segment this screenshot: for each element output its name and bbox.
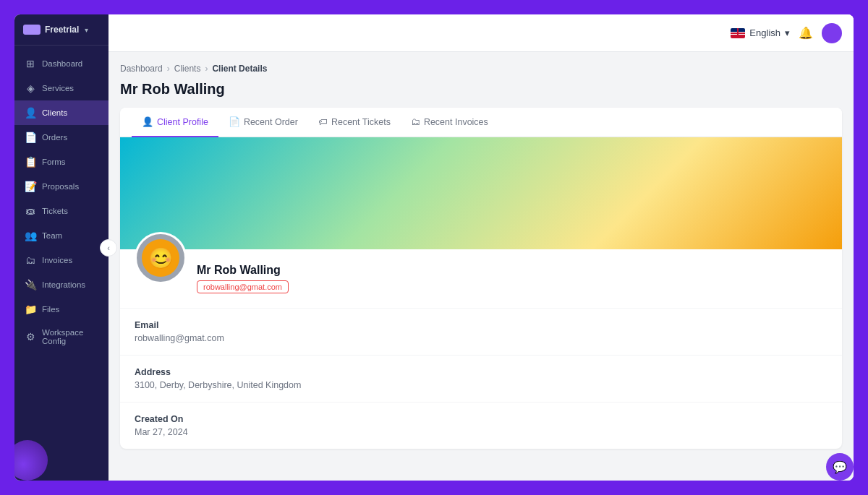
breadcrumb-sep-2: ›: [205, 64, 208, 74]
clients-label: Clients: [42, 108, 67, 117]
forms-icon: 📋: [25, 156, 36, 168]
sidebar-header: Freetrial ▾: [14, 14, 109, 46]
proposals-label: Proposals: [42, 182, 79, 191]
workspace-icon: ⚙: [25, 331, 36, 343]
brand-name: Freetrial: [45, 25, 79, 35]
breadcrumb-sep-1: ›: [167, 64, 170, 74]
tab-client-profile[interactable]: 👤 Client Profile: [132, 108, 218, 137]
email-value: robwalling@gmat.com: [135, 333, 827, 343]
sidebar-nav: ⊞ Dashboard ◈ Services 👤 Clients 📄 Order…: [14, 46, 109, 469]
team-icon: 👥: [25, 230, 36, 241]
invoices-icon: 🗂: [25, 254, 36, 266]
brand-chevron: ▾: [85, 26, 88, 34]
avatar-section: 😊 Mr Rob Walling robwalling@gmat.com: [120, 249, 842, 309]
notification-bell-icon[interactable]: 🔔: [799, 26, 813, 40]
tab-recent-tickets[interactable]: 🏷 Recent Tickets: [308, 108, 401, 137]
tab-recent-invoices-label: Recent Invoices: [424, 117, 488, 127]
forms-label: Forms: [42, 158, 66, 166]
sidebar-item-tickets[interactable]: 🎟 Tickets: [14, 199, 109, 223]
breadcrumb: Dashboard › Clients › Client Details: [120, 64, 842, 74]
integrations-icon: 🔌: [25, 279, 36, 290]
invoices-label: Invoices: [42, 256, 72, 264]
tabs-bar: 👤 Client Profile 📄 Recent Order 🏷 Recent…: [120, 108, 842, 137]
tab-recent-invoices-icon: 🗂: [411, 116, 420, 127]
sidebar-item-dashboard[interactable]: ⊞ Dashboard: [14, 51, 109, 76]
uk-flag-icon: [731, 28, 745, 38]
breadcrumb-current: Client Details: [212, 64, 267, 74]
sidebar-bottom: [14, 469, 109, 481]
page-title: Mr Rob Walling: [120, 81, 842, 98]
breadcrumb-dashboard[interactable]: Dashboard: [120, 64, 163, 74]
address-label: Address: [135, 367, 827, 377]
profile-name: Mr Rob Walling: [197, 264, 289, 277]
tab-recent-order[interactable]: 📄 Recent Order: [218, 108, 308, 137]
proposals-icon: 📝: [25, 181, 36, 192]
files-icon: 📁: [25, 304, 36, 315]
tickets-label: Tickets: [42, 207, 68, 215]
sidebar-item-files[interactable]: 📁 Files: [14, 297, 109, 322]
sidebar-item-orders[interactable]: 📄 Orders: [14, 125, 109, 150]
user-avatar[interactable]: [822, 23, 842, 43]
sidebar-item-forms[interactable]: 📋 Forms: [14, 150, 109, 174]
integrations-label: Integrations: [42, 280, 85, 289]
services-icon: ◈: [25, 82, 36, 94]
sidebar-item-services[interactable]: ◈ Services: [14, 76, 109, 100]
support-chat-button[interactable]: 💬: [826, 453, 854, 481]
workspace-label: Workspace Config: [42, 328, 98, 345]
tab-recent-invoices[interactable]: 🗂 Recent Invoices: [401, 108, 498, 137]
sidebar: Freetrial ▾ ‹ ⊞ Dashboard ◈ Services 👤 C…: [14, 14, 109, 481]
sidebar-item-clients[interactable]: 👤 Clients: [14, 100, 109, 125]
email-label: Email: [135, 320, 827, 330]
sidebar-item-workspace[interactable]: ⚙ Workspace Config: [14, 322, 109, 352]
tickets-icon: 🎟: [25, 205, 36, 217]
client-profile-card: 👤 Client Profile 📄 Recent Order 🏷 Recent…: [120, 108, 842, 449]
support-chat-icon: 💬: [833, 460, 847, 474]
profile-email-badge[interactable]: robwalling@gmat.com: [197, 280, 289, 293]
clients-icon: 👤: [25, 107, 36, 119]
sidebar-item-team[interactable]: 👥 Team: [14, 223, 109, 248]
tab-recent-tickets-label: Recent Tickets: [331, 117, 391, 127]
created-value: Mar 27, 2024: [135, 427, 827, 437]
created-label: Created On: [135, 414, 827, 424]
tab-recent-order-icon: 📄: [229, 116, 240, 127]
files-label: Files: [42, 305, 59, 314]
tab-recent-tickets-icon: 🏷: [318, 116, 328, 127]
profile-info: Mr Rob Walling robwalling@gmat.com: [197, 258, 289, 293]
dashboard-icon: ⊞: [25, 58, 36, 69]
profile-avatar: 😊: [135, 232, 187, 284]
info-section-address: Address 3100, Derby, Derbyshire, United …: [120, 356, 842, 403]
language-chevron: ▾: [785, 27, 790, 38]
main-content: English ▾ 🔔 Dashboard › Clients › Client…: [109, 14, 854, 481]
dashboard-label: Dashboard: [42, 59, 82, 68]
info-section-email: Email robwalling@gmat.com: [120, 309, 842, 356]
orders-icon: 📄: [25, 132, 36, 143]
sidebar-collapse-button[interactable]: ‹: [100, 239, 117, 257]
avatar-emoji: 😊: [148, 246, 174, 270]
sidebar-logo: [23, 25, 41, 35]
info-section-created: Created On Mar 27, 2024: [120, 403, 842, 449]
topbar: English ▾ 🔔: [109, 14, 854, 52]
profile-banner: [120, 137, 842, 249]
sidebar-item-proposals[interactable]: 📝 Proposals: [14, 174, 109, 199]
breadcrumb-clients[interactable]: Clients: [174, 64, 201, 74]
avatar-face: 😊: [142, 239, 179, 277]
services-label: Services: [42, 84, 74, 92]
tab-client-profile-icon: 👤: [142, 116, 153, 127]
tab-recent-order-label: Recent Order: [244, 117, 298, 127]
address-value: 3100, Derby, Derbyshire, United Kingdom: [135, 380, 827, 390]
sidebar-item-invoices[interactable]: 🗂 Invoices: [14, 248, 109, 272]
orders-label: Orders: [42, 133, 67, 142]
tab-client-profile-label: Client Profile: [157, 117, 208, 127]
language-label: English: [749, 27, 780, 38]
content-area: Dashboard › Clients › Client Details Mr …: [109, 52, 854, 481]
team-label: Team: [42, 231, 62, 240]
language-selector[interactable]: English ▾: [731, 27, 790, 38]
sidebar-item-integrations[interactable]: 🔌 Integrations: [14, 272, 109, 297]
